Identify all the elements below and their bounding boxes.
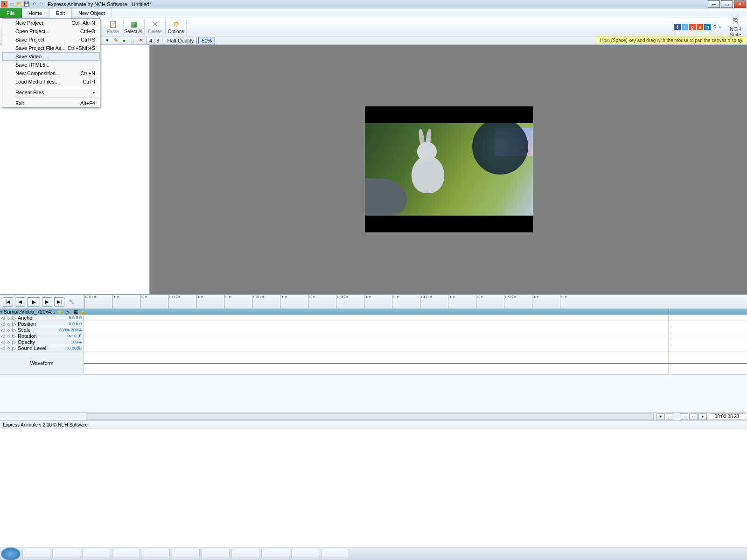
close-button[interactable]: ✕ (734, 0, 746, 8)
clip-track[interactable]: ▾SampleVideo_720x4...⚡🔊▦🔒 (0, 309, 747, 315)
canvas-viewport[interactable] (150, 45, 747, 294)
timeline-ruler[interactable]: 00:00f10f20f01:00f10f20f02:00f10f20f03:0… (84, 295, 747, 308)
paint-icon[interactable]: ✎ (112, 37, 119, 44)
undo-icon[interactable]: ↶ (31, 1, 37, 7)
key-icon[interactable]: ◇ (6, 346, 11, 350)
prev-key-icon[interactable]: ◁ (0, 339, 6, 345)
next-key-icon[interactable]: ▷ (11, 321, 17, 327)
taskbar-item[interactable] (231, 549, 259, 559)
taskbar-item[interactable] (112, 549, 140, 559)
property-track[interactable]: ◁◇▷Position0.0 0.0 (0, 321, 747, 327)
first-frame-button[interactable]: |◀ (3, 297, 13, 307)
taskbar-item[interactable] (172, 549, 200, 559)
playhead[interactable] (669, 309, 669, 315)
prev-key-icon[interactable]: ◁ (0, 327, 6, 333)
menu-home[interactable]: Home (22, 8, 49, 18)
prev-key-icon[interactable]: ◁ (0, 315, 6, 321)
next-key-icon[interactable]: ▷ (11, 333, 17, 339)
fx-icon[interactable]: ⚡ (56, 309, 64, 315)
paste-button[interactable]: 📋Paste (103, 19, 124, 36)
taskbar-item[interactable] (82, 549, 110, 559)
canvas-toolbar: ▾ ✎ ● ▯ ✕ 4 : 3 Half Quality 50% Hold (S… (0, 36, 747, 45)
taskbar-item[interactable] (22, 549, 50, 559)
prev-key-icon[interactable]: ◁ (0, 321, 6, 327)
facebook-icon[interactable]: f (674, 24, 681, 30)
nch-suite-button[interactable]: ⎘NCH Suite (724, 17, 747, 37)
next-key-icon[interactable]: ▷ (11, 345, 17, 351)
zoom-button[interactable]: 50% (198, 37, 215, 44)
linkedin-icon[interactable]: in (704, 24, 711, 30)
aspect-button[interactable]: 4 : 3 (146, 37, 162, 44)
taskbar-item[interactable] (202, 549, 230, 559)
redo-icon[interactable]: ↷ (38, 1, 45, 7)
start-button[interactable] (1, 547, 21, 560)
help-icon[interactable]: ? (712, 24, 718, 30)
quality-button[interactable]: Half Quality (164, 37, 197, 44)
menu-file[interactable]: File (0, 8, 22, 18)
key-icon[interactable]: ◇ (6, 340, 11, 344)
key-icon[interactable]: ◇ (6, 316, 11, 320)
next-key-icon[interactable]: ▷ (11, 339, 17, 345)
dropdown-arrow-icon[interactable]: ▾ (104, 37, 111, 44)
property-track[interactable]: ◁◇▷Rotation0x+0.0° (0, 333, 747, 339)
google-plus-icon[interactable]: g (689, 24, 696, 30)
page-icon[interactable]: ▯ (129, 37, 136, 44)
next-key-icon[interactable]: ▷ (11, 327, 17, 333)
next-frame-button[interactable]: ▶ (42, 297, 52, 307)
menu-edit[interactable]: Edit (49, 8, 72, 18)
grid-icon[interactable]: ▦ (72, 309, 79, 315)
save-icon[interactable]: 💾 (23, 1, 30, 7)
taskbar-item[interactable] (142, 549, 170, 559)
menu-item[interactable]: New ProjectCtrl+Alt+N (2, 19, 100, 27)
last-frame-button[interactable]: ▶| (54, 297, 64, 307)
taskbar-item[interactable] (52, 549, 80, 559)
minimize-button[interactable]: — (708, 0, 720, 8)
menu-item[interactable]: Save HTML5... (2, 61, 100, 69)
zoom-out-button[interactable]: − (680, 413, 688, 420)
menu-item[interactable]: Save ProjectCtrl+S (2, 35, 100, 44)
ribbon-toolbar: 📋Paste ▦Select All ✕Delete ⚙Options f t … (0, 18, 747, 36)
property-track[interactable]: ◁◇▷Opacity100% (0, 339, 747, 345)
menu-item[interactable]: Recent Files▸ (2, 88, 100, 97)
timecode-display[interactable]: 00:00:05.23 (709, 413, 745, 420)
taskbar-item[interactable] (291, 549, 319, 559)
open-icon[interactable]: 📂 (16, 1, 22, 7)
property-track[interactable]: ◁◇▷Anchor0.0 0.0 (0, 315, 747, 321)
key-icon[interactable]: ◇ (6, 334, 11, 338)
zoom-in-button[interactable]: + (698, 413, 707, 420)
select-all-button[interactable]: ▦Select All (124, 19, 145, 36)
delete-marker-icon[interactable]: ✕ (137, 37, 145, 44)
key-icon[interactable]: ◇ (6, 328, 11, 332)
stumble-icon[interactable]: s (697, 24, 703, 30)
prev-key-icon[interactable]: ◁ (0, 333, 6, 339)
prev-frame-button[interactable]: ◀ (15, 297, 25, 307)
zoom-fit-button[interactable]: ↔ (689, 413, 698, 420)
marker-icon[interactable]: ● (120, 37, 128, 44)
options-button[interactable]: ⚙Options (166, 19, 187, 36)
timeline-scrollbar[interactable] (86, 413, 654, 420)
menu-new-object[interactable]: New Object (72, 8, 112, 18)
taskbar-item[interactable] (261, 549, 289, 559)
remove-track-button[interactable]: − (666, 413, 674, 420)
property-track[interactable]: ◁◇▷Sound Level+0.00dB (0, 345, 747, 351)
next-key-icon[interactable]: ▷ (11, 315, 17, 321)
twitter-icon[interactable]: t (682, 24, 688, 30)
menu-item[interactable]: Save Video... (2, 52, 100, 61)
loop-button[interactable]: 🔧 (66, 297, 77, 307)
prev-key-icon[interactable]: ◁ (0, 345, 6, 351)
help-dropdown[interactable]: ▾ (719, 25, 721, 29)
maximize-button[interactable]: ▭ (721, 0, 733, 8)
menu-item[interactable]: Save Project File As...Ctrl+Shift+S (2, 44, 100, 52)
taskbar-item[interactable] (321, 549, 349, 559)
menu-item[interactable]: ExitAlt+F4 (2, 99, 100, 107)
audio-icon[interactable]: 🔊 (64, 309, 72, 315)
delete-button[interactable]: ✕Delete (145, 19, 166, 36)
menu-item[interactable]: Open Project...Ctrl+O (2, 27, 100, 35)
play-button[interactable]: ▶ (27, 297, 40, 307)
new-icon[interactable]: ▭ (8, 1, 15, 7)
menu-item[interactable]: New Composition...Ctrl+N (2, 69, 100, 77)
key-icon[interactable]: ◇ (6, 322, 11, 326)
menu-item[interactable]: Load Media Files...Ctrl+I (2, 77, 100, 86)
add-track-button[interactable]: + (656, 413, 665, 420)
property-track[interactable]: ◁◇▷Scale200% 200% (0, 327, 747, 333)
